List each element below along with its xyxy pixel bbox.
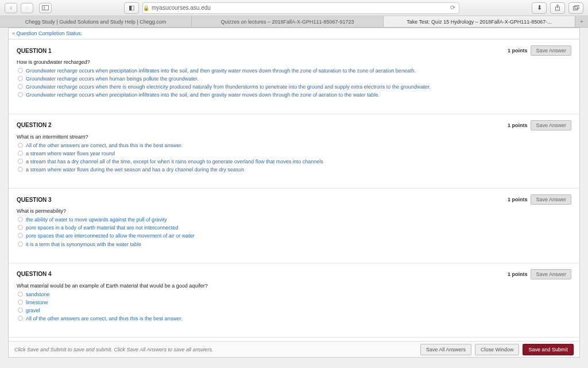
reader-button[interactable]: ◧ [124,2,139,14]
radio-button[interactable] [18,217,23,222]
option-text: a stream that has a dry channel all of t… [26,158,323,165]
question-prompt: What is an intermittent stream? [17,134,571,140]
points-suffix: points [510,271,528,277]
footer-note: Click Save and Submit to save and submit… [14,347,213,352]
question-prompt: What is permeability? [17,208,571,214]
question-meta: 1 pointsSave Answer [508,120,571,131]
question-meta: 1 pointsSave Answer [508,45,571,56]
url-text: myasucourses.asu.edu [152,5,211,11]
question-title: QUESTION 2 [17,122,52,128]
new-tab-button[interactable]: + [575,16,588,27]
option-text: a stream where water flows year round [26,150,115,157]
browser-tab[interactable]: Take Test: Quiz 15 Hydrology – 2018FallA… [384,16,575,27]
option-row[interactable]: Groundwater recharge occurs when precipi… [18,91,571,98]
option-text: it is a term that is synonymous with the… [26,241,141,248]
sidebar-toggle-button[interactable] [39,3,52,13]
points-suffix: points [510,122,528,128]
radio-button[interactable] [18,84,23,89]
radio-button[interactable] [18,233,23,238]
address-bar[interactable]: 🔒 myasucourses.asu.edu ⟳ [142,2,459,14]
question-block: QUESTION 41 pointsSave AnswerWhat materi… [9,263,579,332]
points-label: 1 points [508,197,528,202]
question-title: QUESTION 1 [17,48,52,54]
option-row[interactable]: All of the other answers are correct, an… [18,142,571,149]
forward-button[interactable]: › [21,3,33,13]
tab-label: Take Test: Quiz 15 Hydrology – 2018FallA… [407,19,551,25]
radio-button[interactable] [18,92,23,97]
downloads-button[interactable]: ⬇ [532,2,547,14]
option-row[interactable]: a stream that has a dry channel all of t… [18,158,571,165]
tabs-icon [573,5,579,11]
option-text: Groundwater recharge occurs when precipi… [26,67,416,74]
radio-button[interactable] [18,241,23,247]
question-meta: 1 pointsSave Answer [508,194,571,205]
option-row[interactable]: Groundwater recharge occurs when human b… [18,75,571,82]
quiz-footer: Click Save and Submit to save and submit… [9,341,579,357]
question-block: QUESTION 31 pointsSave AnswerWhat is per… [9,188,579,257]
radio-button[interactable] [18,68,23,73]
option-row[interactable]: the ability of water to move upwards aga… [18,216,571,223]
radio-button[interactable] [18,308,23,313]
tab-label: Chegg Study | Guided Solutions and Study… [25,19,166,25]
option-row[interactable]: Groundwater recharge occurs when there i… [18,83,571,90]
save-and-submit-button[interactable]: Save and Submit [523,344,574,355]
radio-button[interactable] [18,151,23,156]
radio-button[interactable] [18,159,23,164]
save-answer-button[interactable]: Save Answer [531,269,571,279]
svg-rect-4 [573,6,577,10]
question-header: QUESTION 21 pointsSave Answer [17,120,571,131]
save-answer-button[interactable]: Save Answer [531,120,571,131]
option-row[interactable]: sandstone [18,291,571,298]
save-answer-button[interactable]: Save Answer [531,45,571,56]
question-completion-status-link[interactable]: » Question Completion Status: [9,28,579,39]
question-header: QUESTION 41 pointsSave Answer [17,269,571,279]
option-row[interactable]: limestone [18,299,571,306]
share-icon [555,5,560,11]
option-text: a stream where water flows during the we… [26,166,244,173]
browser-tab[interactable]: Chegg Study | Guided Solutions and Study… [0,16,192,27]
question-header: QUESTION 11 pointsSave Answer [17,45,571,56]
save-answer-button[interactable]: Save Answer [531,194,571,205]
question-block: QUESTION 21 pointsSave AnswerWhat is an … [9,114,579,183]
option-text: gravel [26,307,40,314]
radio-button[interactable] [18,292,23,297]
reload-icon[interactable]: ⟳ [450,4,455,12]
option-row[interactable]: a stream where water flows during the we… [18,166,571,173]
question-prompt: How is groundwater recharged? [17,59,571,65]
question-title: QUESTION 3 [17,197,52,203]
points-label: 1 points [508,48,528,53]
option-text: limestone [26,299,48,306]
quiz-page: » Question Completion Status: QUESTION 1… [8,28,580,358]
browser-toolbar: ‹ › ◧ 🔒 myasucourses.asu.edu ⟳ ⬇ [0,0,588,16]
share-button[interactable] [550,2,565,14]
radio-button[interactable] [18,143,23,148]
option-row[interactable]: pore spaces in a body of earth material … [18,224,571,231]
question-block: QUESTION 11 pointsSave AnswerHow is grou… [9,39,579,108]
option-row[interactable]: it is a term that is synonymous with the… [18,241,571,248]
download-icon: ⬇ [537,4,542,12]
question-title: QUESTION 4 [17,271,52,277]
option-row[interactable]: pore spaces that are interconnected to a… [18,232,571,239]
radio-button[interactable] [18,76,23,81]
back-button[interactable]: ‹ [5,3,17,13]
option-text: All of the other answers are correct, an… [26,142,183,149]
sidebar-icon [42,5,49,10]
reader-icon: ◧ [129,4,134,12]
radio-button[interactable] [18,167,23,172]
close-window-button[interactable]: Close Window [475,344,520,355]
tabs-button[interactable] [568,2,583,14]
option-row[interactable]: Groundwater recharge occurs when precipi… [18,67,571,74]
browser-tab-strip: Chegg Study | Guided Solutions and Study… [0,16,588,28]
points-label: 1 points [508,122,528,128]
radio-button[interactable] [18,316,23,321]
radio-button[interactable] [18,300,23,305]
browser-tab[interactable]: Quizzes on lectures – 2018FallA-X-GPH111… [192,16,384,27]
save-all-answers-button[interactable]: Save All Answers [420,344,471,355]
questions-container: QUESTION 11 pointsSave AnswerHow is grou… [9,39,579,358]
svg-rect-0 [42,6,49,10]
radio-button[interactable] [18,225,23,230]
option-row[interactable]: All of the other answers are correct, an… [18,315,571,322]
option-row[interactable]: gravel [18,307,571,314]
option-row[interactable]: a stream where water flows year round [18,150,571,157]
points-suffix: points [510,197,528,202]
